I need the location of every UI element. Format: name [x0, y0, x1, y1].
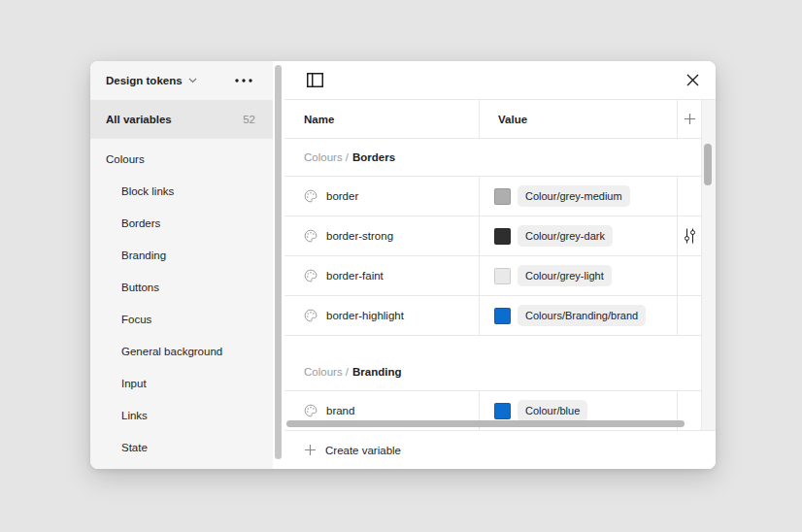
variable-name: border-strong — [326, 230, 393, 242]
sidebar-item-borders[interactable]: Borders — [90, 207, 273, 239]
palette-icon — [304, 269, 317, 283]
create-variable-label: Create variable — [325, 445, 401, 456]
palette-icon — [304, 309, 317, 322]
palette-icon — [304, 404, 317, 417]
group-prefix: Colours / — [304, 151, 349, 163]
palette-icon — [304, 229, 317, 243]
sidebar-scrollbar-thumb[interactable] — [275, 65, 282, 459]
column-header-name: Name — [284, 100, 480, 138]
variables-main-panel: Name Value Colours / Borders — [284, 61, 716, 469]
variables-modal: Design tokens All variables 52 Colours B… — [90, 61, 716, 469]
sidebar-scrollbar-track — [273, 61, 284, 469]
table-row[interactable]: border-strong Colour/grey-dark — [284, 216, 701, 256]
alias-pill[interactable]: Colour/grey-medium — [518, 185, 630, 207]
sidebar-item-buttons[interactable]: Buttons — [90, 271, 273, 303]
color-swatch[interactable] — [494, 268, 511, 284]
group-prefix: Colours / — [304, 366, 349, 378]
sidebar-item-block-links[interactable]: Block links — [90, 175, 273, 207]
color-swatch[interactable] — [494, 308, 511, 324]
all-variables-label: All variables — [106, 114, 172, 125]
table-row[interactable]: border Colour/grey-medium — [284, 177, 701, 216]
adjust-sliders-icon[interactable] — [681, 226, 698, 246]
table-area: Name Value Colours / Borders — [284, 100, 716, 430]
alias-pill[interactable]: Colour/grey-dark — [518, 225, 613, 247]
sidebar-item-general-background[interactable]: General background — [90, 335, 273, 367]
variable-name: brand — [326, 405, 354, 416]
table-row[interactable]: border-faint Colour/grey-light — [284, 256, 701, 296]
close-icon[interactable] — [685, 72, 701, 88]
sidebar-group-list: Colours Block links Borders Branding But… — [90, 139, 273, 463]
variable-name: border-faint — [326, 270, 384, 282]
sidebar-item-focus[interactable]: Focus — [90, 303, 273, 335]
toggle-sidebar-icon[interactable] — [305, 71, 325, 89]
plus-icon — [304, 444, 317, 456]
group-header-borders: Colours / Borders — [284, 139, 701, 177]
sidebar-item-input[interactable]: Input — [90, 367, 273, 399]
sidebar-item-colours[interactable]: Colours — [90, 143, 273, 175]
group-name: Branding — [352, 366, 401, 378]
horizontal-scrollbar-thumb[interactable] — [286, 420, 685, 427]
add-variable-plus-icon[interactable] — [682, 111, 698, 127]
variables-table-body: Colours / Borders border Colour/grey — [284, 139, 701, 430]
table-row[interactable]: border-highlight Colours/Branding/brand — [284, 296, 701, 336]
sidebar-item-links[interactable]: Links — [90, 399, 273, 431]
sidebar-item-branding[interactable]: Branding — [90, 239, 273, 271]
variables-count: 52 — [243, 114, 255, 125]
vertical-scrollbar-track — [701, 100, 716, 430]
color-swatch[interactable] — [494, 188, 511, 205]
color-swatch[interactable] — [494, 228, 511, 245]
desktop-background: { "colors": { "accent_blue": "#0b6dcd", … — [0, 0, 802, 532]
section-gap — [284, 336, 701, 353]
sidebar-header: Design tokens — [90, 61, 273, 100]
sidebar-item-all-variables[interactable]: All variables 52 — [90, 100, 273, 139]
chevron-down-icon — [188, 78, 197, 83]
sidebar: Design tokens All variables 52 Colours B… — [90, 61, 273, 469]
palette-icon — [304, 189, 317, 203]
alias-pill[interactable]: Colour/grey-light — [518, 265, 612, 286]
toolbar — [284, 61, 716, 100]
group-header-branding: Colours / Branding — [284, 353, 701, 391]
group-name: Borders — [352, 151, 395, 163]
variable-name: border-highlight — [326, 310, 404, 321]
sidebar-item-state[interactable]: State — [90, 431, 273, 463]
table-header: Name Value — [284, 100, 701, 139]
collection-name: Design tokens — [106, 75, 183, 86]
more-horizontal-icon[interactable] — [232, 77, 255, 84]
create-variable-button[interactable]: Create variable — [284, 430, 716, 469]
collection-switcher[interactable]: Design tokens — [106, 75, 197, 86]
vertical-scrollbar-thumb[interactable] — [704, 144, 712, 185]
color-swatch[interactable] — [494, 403, 511, 419]
alias-pill[interactable]: Colour/blue — [518, 400, 587, 421]
column-header-value: Value — [480, 100, 678, 138]
alias-pill[interactable]: Colours/Branding/brand — [518, 305, 646, 326]
variable-name: border — [326, 190, 358, 202]
